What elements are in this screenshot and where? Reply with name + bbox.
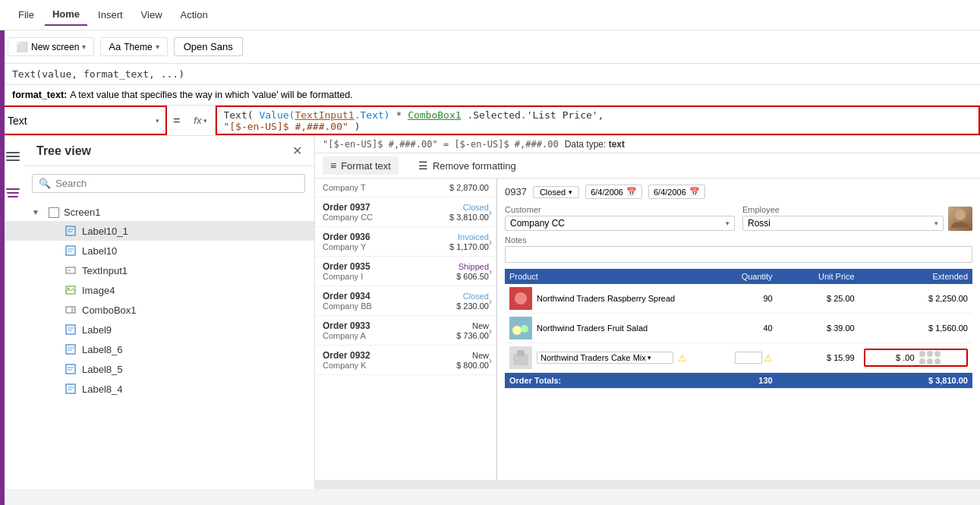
layers-icon[interactable]	[6, 188, 20, 199]
menu-view[interactable]: View	[134, 5, 170, 25]
formula-code-box[interactable]: Text( Value(TextInput1.Text) * ComboBox1…	[216, 106, 980, 135]
prev-order-row[interactable]: Company T $ 2,870.00	[315, 178, 496, 197]
notes-field[interactable]	[505, 246, 972, 263]
order-status: Closed	[463, 292, 489, 301]
status-text: Closed	[540, 188, 566, 197]
format-string-left: "[$-en-US]$ #,###.00" = [$-en-US]$ #,###…	[323, 139, 559, 150]
label-icon	[64, 342, 77, 356]
property-chevron: ▾	[156, 117, 159, 125]
order-row-0934[interactable]: Order 0934 Closed Company BB $ 230.00 ›	[315, 286, 496, 316]
customer-field[interactable]: Company CC ▾	[505, 216, 735, 231]
tree-item-label8_5[interactable]: Label8_5	[5, 359, 314, 379]
order-id: Order 0932	[323, 350, 370, 361]
formula-text: Text( Value(TextInput1.Text) * ComboBox1…	[223, 109, 603, 132]
search-input[interactable]	[55, 178, 298, 189]
qty-input-3[interactable]	[735, 352, 762, 364]
menu-insert[interactable]: Insert	[90, 5, 131, 25]
svg-point-28	[512, 326, 522, 335]
employee-field[interactable]: Rossi ▾	[742, 216, 944, 231]
theme-button[interactable]: Aa Theme ▾	[100, 37, 167, 56]
tree-item-textinput1[interactable]: TextInput1	[5, 260, 314, 280]
order-status: Shipped	[458, 262, 489, 271]
order-arrow-icon: ›	[489, 207, 492, 218]
order-row-0935[interactable]: Order 0935 Shipped Company I $ 606.50 ›	[315, 257, 496, 286]
tree-item-combobox1[interactable]: ComboBox1	[5, 300, 314, 320]
order-arrow-icon: ›	[489, 295, 492, 307]
order-company: Company BB	[323, 301, 372, 311]
label-icon	[64, 362, 77, 376]
combobox1-text: ComboBox1	[82, 305, 137, 316]
warning-icon-2: ⚠	[764, 352, 773, 364]
property-selector[interactable]: Text ▾	[0, 106, 167, 135]
tree-item-screen1[interactable]: ▼ Screen1	[5, 204, 314, 221]
format-text-label: Format text	[341, 160, 391, 172]
product-name-dropdown[interactable]: Northwind Traders Cake Mix ▾	[537, 352, 673, 364]
fx-button[interactable]: fx ▾	[186, 106, 216, 135]
product-price-1: $ 25.00	[777, 284, 859, 314]
font-button[interactable]: Open Sans	[174, 37, 243, 56]
left-accent-bar	[0, 30, 5, 505]
menu-action[interactable]: Action	[173, 5, 216, 25]
info-bar: "[$-en-US]$ #,###.00" = [$-en-US]$ #,###…	[315, 136, 980, 153]
sidebar-header: Tree view ✕	[24, 136, 314, 166]
format-text-hint-bar: format_text: A text value that specifies…	[0, 85, 980, 106]
col-product: Product	[505, 269, 692, 284]
tree-item-image4[interactable]: Image4	[5, 280, 314, 300]
customer-value: Company CC	[510, 218, 565, 229]
employee-value: Rossi	[748, 218, 770, 229]
remove-formatting-button[interactable]: ☰ Remove formatting	[411, 156, 524, 175]
search-icon: 🔍	[39, 178, 51, 189]
product-name-text-3: Northwind Traders Cake Mix	[540, 353, 646, 362]
status-badge[interactable]: Closed ▾	[533, 186, 579, 198]
toolbar: ⬜ New screen ▾ Aa Theme ▾ Open Sans	[0, 30, 980, 64]
label-icon	[64, 244, 77, 257]
order-arrow-icon: ›	[489, 355, 492, 366]
new-screen-button[interactable]: ⬜ New screen ▾	[8, 37, 94, 56]
product-ext-3: $ .00	[859, 343, 972, 373]
order-company: Company K	[323, 361, 366, 370]
remove-formatting-label: Remove formatting	[433, 160, 516, 172]
theme-label: Theme	[124, 42, 152, 52]
order-company: Company I	[323, 272, 363, 281]
menu-file[interactable]: File	[11, 5, 42, 25]
menu-home[interactable]: Home	[45, 4, 87, 26]
order-row-0936[interactable]: Order 0936 Invoiced Company Y $ 1,170.00…	[315, 227, 496, 257]
prev-company: Company T	[323, 183, 366, 192]
label8_4-text: Label8_4	[82, 383, 123, 395]
content-area: "[$-en-US]$ #,###.00" = [$-en-US]$ #,###…	[315, 136, 980, 489]
date-field-1[interactable]: 6/4/2006 📅	[585, 185, 642, 199]
svg-rect-12	[66, 325, 75, 334]
theme-chevron: ▾	[156, 43, 159, 51]
tree-content: ▼ Screen1 Label10_1	[5, 200, 314, 489]
tree-item-label8_4[interactable]: Label8_4	[5, 379, 314, 399]
tree-item-label8_6[interactable]: Label8_6	[5, 339, 314, 359]
table-body: Northwind Traders Raspberry Spread 90 $ …	[505, 284, 972, 389]
date-field-2[interactable]: 6/4/2006 📅	[648, 185, 705, 199]
product-price-3: $ 15.99	[777, 343, 859, 373]
order-status: New	[472, 321, 489, 330]
customer-section: Customer Company CC ▾	[505, 205, 735, 231]
col-quantity: Quantity	[692, 269, 777, 284]
order-row-0933[interactable]: Order 0933 New Company A $ 736.00 ›	[315, 316, 496, 346]
order-arrow-icon: ›	[489, 325, 492, 336]
format-text-button[interactable]: ≡ Format text	[323, 156, 399, 175]
order-arrow-icon: ›	[489, 236, 492, 248]
order-amount: $ 606.50	[456, 272, 489, 281]
tree-view-title: Tree view	[36, 144, 91, 158]
hamburger-menu[interactable]	[6, 152, 20, 161]
col-unit-price: Unit Price	[777, 269, 859, 284]
order-id: Order 0933	[323, 320, 370, 331]
status-chevron: ▾	[569, 188, 572, 196]
image-icon	[64, 283, 77, 297]
screen1-label: Screen1	[64, 207, 100, 218]
tree-item-label9[interactable]: Label9	[5, 320, 314, 339]
tree-item-label10_1[interactable]: Label10_1	[5, 221, 314, 241]
tree-item-label10[interactable]: Label10	[5, 241, 314, 260]
notes-label: Notes	[505, 235, 972, 245]
order-row-0932[interactable]: Order 0932 New Company K $ 800.00 ›	[315, 346, 496, 375]
totals-empty	[777, 373, 859, 389]
close-icon[interactable]: ✕	[292, 144, 302, 158]
product-name-text-2: Northwind Traders Fruit Salad	[537, 324, 648, 333]
table-header: Product Quantity Unit Price Extended	[505, 269, 972, 284]
order-row-0937[interactable]: Order 0937 Closed Company CC $ 3,810.00 …	[315, 197, 496, 227]
